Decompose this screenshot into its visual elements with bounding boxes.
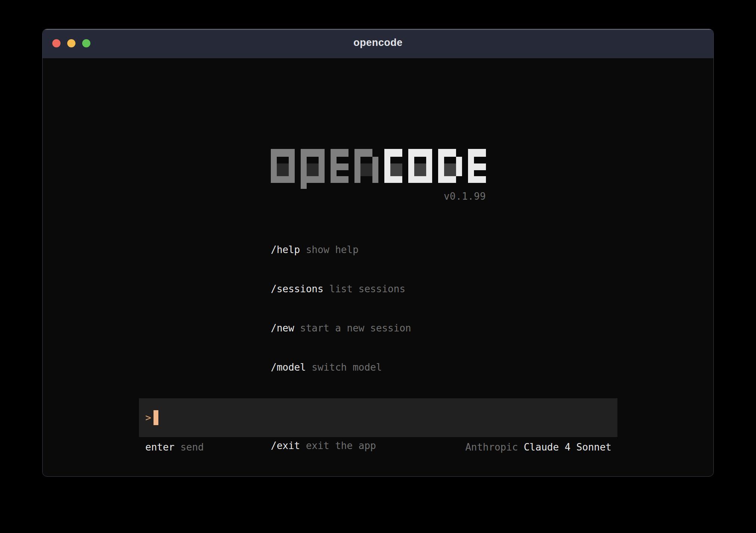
titlebar: opencode [43,29,713,58]
minimize-button[interactable] [67,39,75,47]
enter-key-label: enter [145,442,174,453]
version-label: v0.1.99 [271,191,486,202]
prompt-input[interactable]: > [139,398,617,437]
command-description: start a new session [294,322,411,334]
command-name: /model [271,362,306,373]
command-name: /sessions [271,283,323,294]
text-cursor [154,410,158,425]
command-description: list sessions [323,283,405,294]
prompt-caret-icon: > [145,412,151,423]
traffic-lights [52,39,90,47]
window-title: opencode [353,37,403,49]
send-hint: enter send [145,441,204,453]
command-description: show help [300,244,359,255]
opencode-window: opencode [42,29,714,477]
zoom-button[interactable] [82,39,90,47]
command-item-new: /new start a new session [271,322,411,335]
command-list: /help show help /sessions list sessions … [271,217,411,477]
command-item-model: /model switch model [271,361,411,374]
status-bar: enter send Anthropic Claude 4 Sonnet [139,441,617,453]
command-item-help: /help show help [271,243,411,256]
command-item-sessions: /sessions list sessions [271,283,411,296]
close-button[interactable] [52,39,61,47]
command-name: /new [271,322,294,334]
command-description: switch model [306,362,382,373]
provider-label: Anthropic [465,442,518,453]
send-action-label: send [174,442,204,453]
command-name: /help [271,244,300,255]
opencode-logo [271,149,486,189]
logo-counters-code [390,163,456,176]
model-indicator: Anthropic Claude 4 Sonnet [465,441,611,453]
model-name-label: Claude 4 Sonnet [518,442,611,453]
main-content: v0.1.99 /help show help /sessions list s… [43,58,713,477]
